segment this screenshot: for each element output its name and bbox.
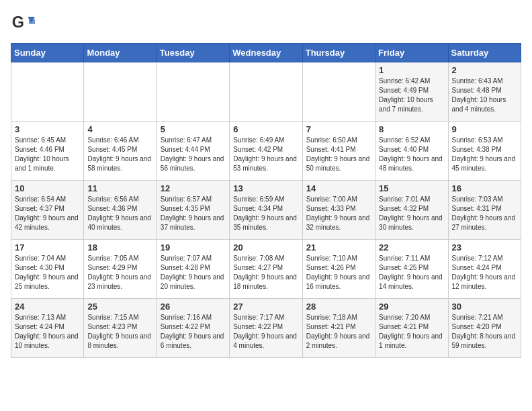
day-number: 21	[306, 242, 371, 253]
day-info: Sunrise: 6:54 AM Sunset: 4:37 PM Dayligh…	[15, 195, 80, 232]
calendar-cell: 13Sunrise: 6:59 AM Sunset: 4:34 PM Dayli…	[230, 181, 302, 240]
day-info: Sunrise: 6:53 AM Sunset: 4:38 PM Dayligh…	[452, 136, 517, 173]
calendar-cell: 25Sunrise: 7:15 AM Sunset: 4:23 PM Dayli…	[84, 299, 157, 358]
calendar-cell: 11Sunrise: 6:56 AM Sunset: 4:36 PM Dayli…	[84, 181, 157, 240]
svg-text:G: G	[12, 13, 24, 31]
day-info: Sunrise: 7:16 AM Sunset: 4:22 PM Dayligh…	[161, 313, 226, 351]
calendar-cell: 30Sunrise: 7:21 AM Sunset: 4:20 PM Dayli…	[448, 299, 521, 358]
day-number: 1	[379, 65, 444, 75]
header-thursday: Thursday	[302, 44, 375, 62]
calendar-cell	[157, 62, 229, 122]
day-number: 27	[233, 302, 298, 312]
day-info: Sunrise: 6:46 AM Sunset: 4:45 PM Dayligh…	[87, 136, 152, 173]
day-info: Sunrise: 6:56 AM Sunset: 4:36 PM Dayligh…	[87, 195, 152, 232]
calendar-cell: 17Sunrise: 7:04 AM Sunset: 4:30 PM Dayli…	[11, 240, 84, 299]
day-info: Sunrise: 6:50 AM Sunset: 4:41 PM Dayligh…	[306, 136, 371, 173]
calendar-cell: 26Sunrise: 7:16 AM Sunset: 4:22 PM Dayli…	[157, 299, 229, 358]
day-info: Sunrise: 7:20 AM Sunset: 4:21 PM Dayligh…	[379, 313, 444, 351]
day-number: 30	[452, 302, 517, 312]
day-info: Sunrise: 7:12 AM Sunset: 4:24 PM Dayligh…	[452, 254, 517, 291]
calendar-cell: 24Sunrise: 7:13 AM Sunset: 4:24 PM Dayli…	[11, 299, 84, 358]
day-number: 8	[379, 124, 444, 134]
calendar-cell: 23Sunrise: 7:12 AM Sunset: 4:24 PM Dayli…	[448, 240, 521, 299]
day-number: 18	[87, 242, 152, 253]
day-number: 10	[15, 183, 80, 193]
day-info: Sunrise: 7:07 AM Sunset: 4:28 PM Dayligh…	[161, 254, 226, 291]
logo: G	[11, 11, 38, 35]
calendar-cell	[230, 62, 302, 122]
day-number: 11	[87, 183, 152, 193]
header-sunday: Sunday	[11, 44, 84, 62]
day-info: Sunrise: 6:43 AM Sunset: 4:48 PM Dayligh…	[452, 77, 517, 114]
day-info: Sunrise: 7:10 AM Sunset: 4:26 PM Dayligh…	[306, 254, 371, 291]
calendar-cell	[302, 62, 375, 122]
calendar-cell: 3Sunrise: 6:45 AM Sunset: 4:46 PM Daylig…	[11, 122, 84, 181]
calendar-cell: 14Sunrise: 7:00 AM Sunset: 4:33 PM Dayli…	[302, 181, 375, 240]
day-info: Sunrise: 7:04 AM Sunset: 4:30 PM Dayligh…	[15, 254, 80, 291]
day-number: 6	[233, 124, 298, 134]
day-info: Sunrise: 6:49 AM Sunset: 4:42 PM Dayligh…	[233, 136, 298, 173]
page-header: G	[11, 11, 521, 35]
calendar-cell: 27Sunrise: 7:17 AM Sunset: 4:22 PM Dayli…	[230, 299, 302, 358]
calendar-cell: 20Sunrise: 7:08 AM Sunset: 4:27 PM Dayli…	[230, 240, 302, 299]
svg-marker-2	[29, 19, 35, 24]
day-number: 4	[87, 124, 152, 134]
day-number: 19	[161, 242, 226, 253]
calendar-cell: 19Sunrise: 7:07 AM Sunset: 4:28 PM Dayli…	[157, 240, 229, 299]
calendar-cell: 12Sunrise: 6:57 AM Sunset: 4:35 PM Dayli…	[157, 181, 229, 240]
day-number: 15	[379, 183, 444, 193]
day-number: 12	[161, 183, 226, 193]
logo-icon: G	[11, 11, 35, 35]
calendar-cell	[11, 62, 84, 122]
day-info: Sunrise: 7:15 AM Sunset: 4:23 PM Dayligh…	[87, 313, 152, 351]
calendar-header-row: SundayMondayTuesdayWednesdayThursdayFrid…	[11, 44, 521, 62]
day-info: Sunrise: 7:00 AM Sunset: 4:33 PM Dayligh…	[306, 195, 371, 232]
calendar-cell: 8Sunrise: 6:52 AM Sunset: 4:40 PM Daylig…	[375, 122, 448, 181]
week-row-2: 3Sunrise: 6:45 AM Sunset: 4:46 PM Daylig…	[11, 122, 521, 181]
day-info: Sunrise: 7:18 AM Sunset: 4:21 PM Dayligh…	[306, 313, 371, 351]
day-number: 25	[87, 302, 152, 312]
week-row-5: 24Sunrise: 7:13 AM Sunset: 4:24 PM Dayli…	[11, 299, 521, 358]
day-info: Sunrise: 6:45 AM Sunset: 4:46 PM Dayligh…	[15, 136, 80, 173]
calendar-cell: 5Sunrise: 6:47 AM Sunset: 4:44 PM Daylig…	[157, 122, 229, 181]
day-info: Sunrise: 7:13 AM Sunset: 4:24 PM Dayligh…	[15, 313, 80, 351]
header-friday: Friday	[375, 44, 448, 62]
day-info: Sunrise: 6:59 AM Sunset: 4:34 PM Dayligh…	[233, 195, 298, 232]
calendar-cell: 6Sunrise: 6:49 AM Sunset: 4:42 PM Daylig…	[230, 122, 302, 181]
day-info: Sunrise: 6:42 AM Sunset: 4:49 PM Dayligh…	[379, 77, 444, 114]
week-row-4: 17Sunrise: 7:04 AM Sunset: 4:30 PM Dayli…	[11, 240, 521, 299]
calendar-cell: 15Sunrise: 7:01 AM Sunset: 4:32 PM Dayli…	[375, 181, 448, 240]
day-number: 13	[233, 183, 298, 193]
header-saturday: Saturday	[448, 44, 521, 62]
day-number: 2	[452, 65, 517, 75]
calendar-cell	[84, 62, 157, 122]
calendar-cell: 9Sunrise: 6:53 AM Sunset: 4:38 PM Daylig…	[448, 122, 521, 181]
day-number: 5	[161, 124, 226, 134]
day-number: 3	[15, 124, 80, 134]
calendar-cell: 10Sunrise: 6:54 AM Sunset: 4:37 PM Dayli…	[11, 181, 84, 240]
day-number: 29	[379, 302, 444, 312]
day-number: 26	[161, 302, 226, 312]
calendar-table: SundayMondayTuesdayWednesdayThursdayFrid…	[11, 43, 521, 358]
header-monday: Monday	[84, 44, 157, 62]
day-number: 20	[233, 242, 298, 253]
day-info: Sunrise: 7:03 AM Sunset: 4:31 PM Dayligh…	[452, 195, 517, 232]
week-row-1: 1Sunrise: 6:42 AM Sunset: 4:49 PM Daylig…	[11, 62, 521, 122]
week-row-3: 10Sunrise: 6:54 AM Sunset: 4:37 PM Dayli…	[11, 181, 521, 240]
day-info: Sunrise: 6:57 AM Sunset: 4:35 PM Dayligh…	[161, 195, 226, 232]
day-number: 17	[15, 242, 80, 253]
day-number: 24	[15, 302, 80, 312]
calendar-cell: 28Sunrise: 7:18 AM Sunset: 4:21 PM Dayli…	[302, 299, 375, 358]
day-info: Sunrise: 7:11 AM Sunset: 4:25 PM Dayligh…	[379, 254, 444, 291]
header-tuesday: Tuesday	[157, 44, 229, 62]
calendar-cell: 18Sunrise: 7:05 AM Sunset: 4:29 PM Dayli…	[84, 240, 157, 299]
calendar-cell: 4Sunrise: 6:46 AM Sunset: 4:45 PM Daylig…	[84, 122, 157, 181]
header-wednesday: Wednesday	[230, 44, 302, 62]
day-number: 14	[306, 183, 371, 193]
day-info: Sunrise: 7:01 AM Sunset: 4:32 PM Dayligh…	[379, 195, 444, 232]
calendar-cell: 21Sunrise: 7:10 AM Sunset: 4:26 PM Dayli…	[302, 240, 375, 299]
day-info: Sunrise: 6:52 AM Sunset: 4:40 PM Dayligh…	[379, 136, 444, 173]
day-number: 23	[452, 242, 517, 253]
day-info: Sunrise: 7:21 AM Sunset: 4:20 PM Dayligh…	[452, 313, 517, 351]
calendar-cell: 2Sunrise: 6:43 AM Sunset: 4:48 PM Daylig…	[448, 62, 521, 122]
